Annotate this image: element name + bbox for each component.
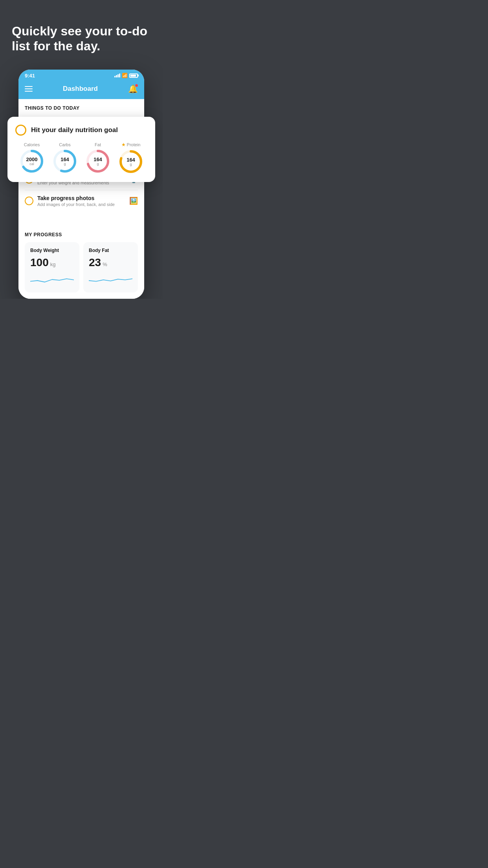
notification-dot: [135, 84, 138, 87]
goal-carbs-label: Carbs: [59, 142, 70, 147]
status-time: 9:41: [25, 73, 35, 79]
photos-subtitle: Add images of your front, back, and side: [37, 202, 125, 207]
nutrition-checkbox[interactable]: [15, 125, 26, 136]
calories-ring: 2000 cal: [19, 149, 44, 174]
progress-cards-row: Body Weight 100 kg Body Fat 23 %: [25, 242, 138, 292]
fat-ring: 164 g: [85, 149, 110, 174]
star-icon: ★: [121, 142, 126, 147]
carbs-value: 164 g: [61, 156, 69, 166]
photos-title: Take progress photos: [37, 195, 125, 201]
nutrition-card-header: Hit your daily nutrition goal: [15, 125, 147, 136]
body-weight-chart: [30, 274, 74, 285]
phone-mockup: Hit your daily nutrition goal Calories 2…: [18, 70, 144, 299]
body-fat-unit: %: [103, 261, 107, 267]
hamburger-menu[interactable]: [25, 86, 33, 92]
body-weight-label: Body Weight: [30, 248, 74, 253]
body-fat-number: 23: [89, 256, 101, 269]
nutrition-card-title: Hit your daily nutrition goal: [31, 126, 118, 134]
goal-protein-label: ★ Protein: [121, 142, 141, 147]
bell-button[interactable]: 🔔: [128, 84, 138, 94]
nutrition-goals-row: Calories 2000 cal Carbs: [15, 142, 147, 174]
body-fat-chart: [89, 274, 132, 285]
goal-calories: Calories 2000 cal: [19, 142, 44, 174]
photos-text: Take progress photos Add images of your …: [37, 195, 125, 207]
fat-value: 164 g: [94, 156, 102, 166]
body-fat-value-row: 23 %: [89, 256, 132, 269]
signal-icon: [114, 74, 120, 77]
goal-fat: Fat 164 g: [85, 142, 110, 174]
protein-ring: 164 g: [118, 149, 143, 174]
nav-bar: Dashboard 🔔: [18, 80, 144, 99]
body-weight-unit: kg: [50, 261, 56, 267]
progress-title: MY PROGRESS: [25, 232, 138, 237]
phone-frame: 9:41 📶 Dashboard: [18, 70, 144, 299]
goal-fat-label: Fat: [95, 142, 101, 147]
goal-protein: ★ Protein 164 g: [118, 142, 143, 174]
hero-title: Quickly see your to-do list for the day.: [12, 24, 151, 54]
nav-title: Dashboard: [63, 85, 98, 93]
todo-photos[interactable]: Take progress photos Add images of your …: [25, 190, 138, 211]
nutrition-card: Hit your daily nutrition goal Calories 2…: [7, 117, 155, 182]
wifi-icon: 📶: [122, 73, 128, 78]
progress-section: MY PROGRESS Body Weight 100 kg Body Fat: [18, 226, 144, 299]
battery-icon: [129, 74, 138, 78]
body-weight-number: 100: [30, 256, 49, 269]
status-bar: 9:41 📶: [18, 70, 144, 80]
goal-carbs: Carbs 164 g: [52, 142, 77, 174]
body-weight-value-row: 100 kg: [30, 256, 74, 269]
things-todo-title: THINGS TO DO TODAY: [25, 105, 138, 111]
calories-value: 2000 cal: [26, 156, 38, 166]
photos-checkbox[interactable]: [25, 197, 33, 205]
body-weight-card[interactable]: Body Weight 100 kg: [25, 242, 79, 292]
hero-section: Quickly see your to-do list for the day.: [0, 0, 163, 66]
body-fat-label: Body Fat: [89, 248, 132, 253]
body-fat-card[interactable]: Body Fat 23 %: [83, 242, 138, 292]
status-icons: 📶: [114, 73, 138, 78]
photo-icon: 🖼️: [129, 197, 138, 205]
carbs-ring: 164 g: [52, 149, 77, 174]
protein-value: 164 g: [127, 157, 135, 166]
goal-calories-label: Calories: [24, 142, 40, 147]
